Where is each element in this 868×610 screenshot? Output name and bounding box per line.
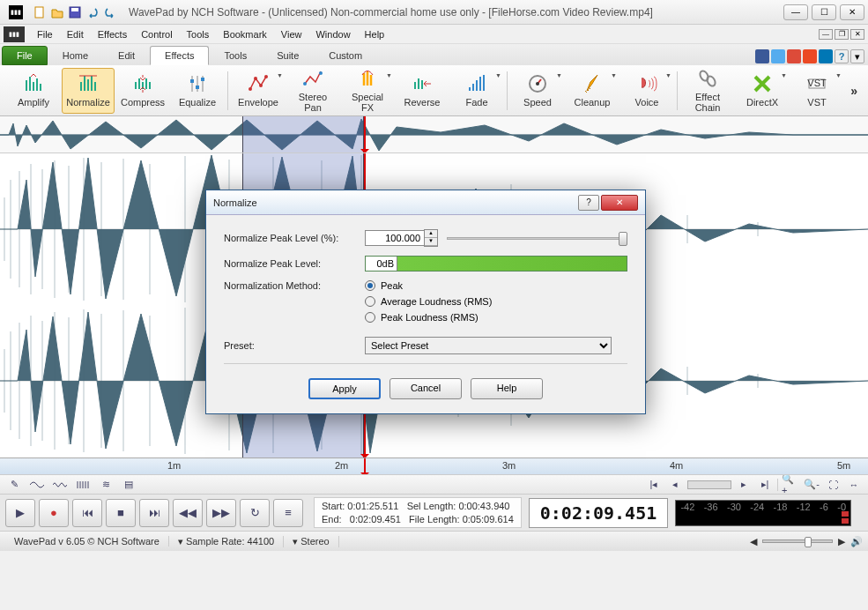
menu-help[interactable]: Help (358, 27, 392, 41)
close-button[interactable]: ✕ (840, 4, 864, 20)
dialog-close-button[interactable]: ✕ (601, 195, 638, 211)
open-file-icon[interactable] (49, 4, 65, 20)
ffwd-end-button[interactable]: ⏭ (139, 499, 169, 527)
loop-button[interactable]: ↻ (240, 499, 270, 527)
waveform-overview[interactable] (0, 116, 868, 153)
mdi-close-icon[interactable]: ✕ (850, 29, 864, 40)
rewind-start-button[interactable]: ⏮ (72, 499, 102, 527)
fade-button[interactable]: ▼Fade (450, 68, 503, 114)
amplify-button[interactable]: Amplify (7, 68, 60, 114)
grid-view-icon[interactable]: ▤ (120, 478, 137, 492)
menu-effects[interactable]: Effects (91, 27, 134, 41)
compress-button[interactable]: Compress (116, 68, 169, 114)
equalize-button[interactable]: Equalize (171, 68, 224, 114)
tab-effects[interactable]: Effects (150, 46, 209, 65)
gplus-icon[interactable] (787, 49, 801, 63)
menubar-logo-icon[interactable]: ▮▮▮ (4, 26, 25, 42)
menu-bookmark[interactable]: Bookmark (216, 27, 274, 41)
stop-button[interactable]: ■ (106, 499, 136, 527)
linkedin-icon[interactable] (819, 49, 833, 63)
minimize-button[interactable]: — (783, 4, 808, 20)
preset-label: Preset: (224, 340, 365, 351)
play-button[interactable]: ▶ (5, 499, 35, 527)
scroll-start-icon[interactable]: |◂ (645, 478, 663, 492)
dropdown-icon[interactable]: ▾ (850, 49, 864, 63)
apply-button[interactable]: Apply (308, 378, 381, 399)
dialog-help-action-button[interactable]: Help (471, 378, 543, 399)
zoom-fit-icon[interactable]: ↔ (845, 478, 863, 492)
normalize-button[interactable]: Normalize (62, 68, 115, 114)
stereo-pan-button[interactable]: Stereo Pan (286, 68, 339, 114)
time-ruler[interactable]: 1m 2m 3m 4m 5m (0, 458, 868, 475)
stumble-icon[interactable] (803, 49, 817, 63)
freq-view-icon[interactable]: ≋ (97, 478, 115, 492)
maximize-button[interactable]: ☐ (812, 4, 836, 20)
special-fx-button[interactable]: ▼Special FX (341, 68, 394, 114)
scroll-end-icon[interactable]: ▸| (756, 478, 774, 492)
overview-playhead[interactable] (364, 116, 366, 152)
speaker-icon[interactable]: 🔊 (850, 536, 863, 547)
redo-icon[interactable] (102, 4, 118, 20)
zoom-sel-icon[interactable]: ⛶ (824, 478, 842, 492)
method-peak-radio[interactable]: Peak (365, 280, 492, 291)
tab-edit[interactable]: Edit (103, 46, 150, 65)
volume-right-icon[interactable]: ▶ (838, 536, 845, 547)
undo-icon[interactable] (85, 4, 100, 20)
twitter-icon[interactable] (771, 49, 785, 63)
facebook-icon[interactable] (755, 49, 769, 63)
peak-pct-spinner[interactable]: ▲▼ (424, 229, 438, 247)
h-scrollbar[interactable] (687, 480, 731, 489)
menu-edit[interactable]: Edit (60, 27, 91, 41)
zoom-in-icon[interactable]: 🔍+ (782, 478, 799, 492)
preset-select[interactable]: Select Preset (365, 337, 612, 354)
ruler-playhead[interactable] (364, 458, 366, 475)
cancel-button[interactable]: Cancel (389, 378, 462, 399)
scroll-left-icon[interactable]: ◂ (666, 478, 684, 492)
cleanup-button[interactable]: ▼Cleanup (566, 68, 619, 114)
peak-pct-input[interactable] (365, 230, 425, 246)
tab-custom[interactable]: Custom (314, 46, 377, 65)
peak-db-meter[interactable]: 0dB (365, 256, 627, 272)
wave-view2-icon[interactable] (51, 478, 69, 492)
menu-file[interactable]: File (30, 27, 60, 41)
vst-button[interactable]: ▼VSTVST (790, 68, 843, 114)
volume-left-icon[interactable]: ◀ (750, 536, 757, 547)
tab-home[interactable]: Home (48, 46, 103, 65)
menu-tools[interactable]: Tools (180, 27, 217, 41)
cursor-tool-icon[interactable]: ✎ (5, 478, 23, 492)
peak-pct-slider[interactable] (447, 230, 627, 246)
scroll-right-icon[interactable]: ▸ (735, 478, 753, 492)
record-button[interactable]: ● (39, 499, 69, 527)
voice-icon (636, 73, 657, 94)
menu-view[interactable]: View (274, 27, 309, 41)
ffwd-button[interactable]: ▶▶ (206, 499, 236, 527)
scrub-button[interactable]: ≡ (273, 499, 303, 527)
envelope-button[interactable]: ▼Envelope (232, 68, 285, 114)
voice-button[interactable]: ▼Voice (620, 68, 673, 114)
menu-control[interactable]: Control (134, 27, 179, 41)
mdi-minimize-icon[interactable]: — (819, 29, 833, 40)
save-icon[interactable] (67, 4, 83, 20)
menu-window[interactable]: Window (308, 27, 357, 41)
speed-button[interactable]: ▼Speed (511, 68, 564, 114)
dialog-help-button[interactable]: ? (578, 195, 599, 211)
dialog-titlebar[interactable]: Normalize ? ✕ (206, 190, 645, 215)
tab-tools[interactable]: Tools (209, 46, 262, 65)
reverse-button[interactable]: Reverse (396, 68, 449, 114)
tab-file[interactable]: File (2, 46, 48, 65)
help-icon[interactable]: ? (835, 49, 849, 63)
volume-slider[interactable] (762, 539, 833, 543)
method-peak-rms-radio[interactable]: Peak Loudness (RMS) (365, 312, 492, 323)
zoom-out-icon[interactable]: 🔍- (803, 478, 820, 492)
spectral-view-icon[interactable] (74, 478, 92, 492)
new-file-icon[interactable] (32, 4, 48, 20)
method-avg-rms-radio[interactable]: Average Loudness (RMS) (365, 296, 492, 307)
effect-chain-button[interactable]: Effect Chain (681, 68, 734, 114)
overview-selection[interactable] (242, 116, 364, 152)
ribbon-overflow-button[interactable]: » (847, 80, 861, 101)
tab-suite[interactable]: Suite (262, 46, 314, 65)
wave-view-icon[interactable] (28, 478, 46, 492)
directx-button[interactable]: ▼DirectX (736, 68, 789, 114)
mdi-restore-icon[interactable]: ❐ (835, 29, 849, 40)
rewind-button[interactable]: ◀◀ (173, 499, 203, 527)
